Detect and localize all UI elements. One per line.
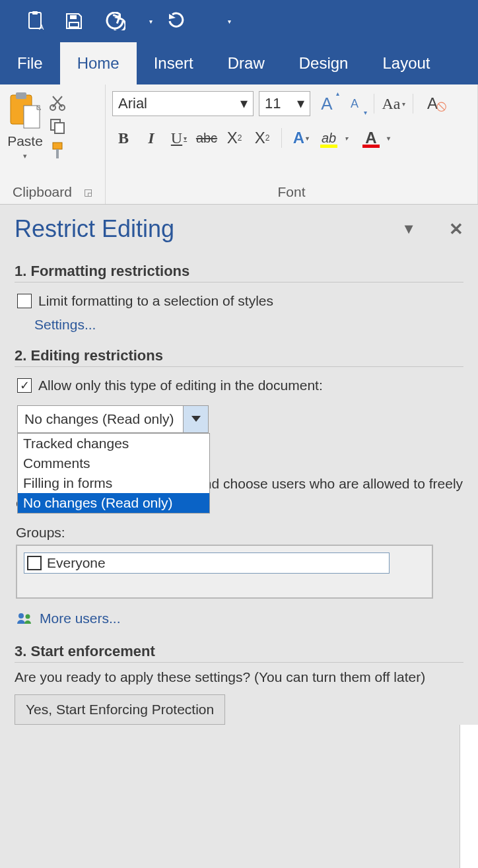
tab-design[interactable]: Design	[282, 42, 366, 84]
undo-group[interactable]: ▾	[103, 12, 153, 30]
section-enforcement-title: 3. Start enforcement	[15, 643, 463, 663]
ribbon-group-clipboard: Paste ▾ Clipboard ◲	[0, 84, 106, 204]
clipboard-launcher-icon[interactable]: ◲	[84, 187, 92, 197]
underline-button[interactable]: U▾	[168, 127, 190, 149]
underline-caret-icon[interactable]: ▾	[184, 135, 187, 142]
svg-point-10	[50, 105, 55, 110]
copy-icon[interactable]	[49, 117, 66, 135]
divider	[281, 128, 282, 148]
svg-rect-14	[53, 143, 62, 149]
change-case-button[interactable]: Aa▾	[382, 92, 405, 115]
font-group-label: Font	[277, 184, 305, 200]
highlight-button[interactable]: ab▾	[318, 127, 340, 149]
quick-access-toolbar: A ▾ ▾	[0, 0, 478, 42]
svg-point-11	[59, 105, 65, 110]
more-users-label: More users...	[40, 611, 121, 626]
pane-title: Restrict Editing	[15, 215, 174, 243]
font-name-caret-icon[interactable]: ▾	[237, 92, 250, 116]
customize-qat-caret-icon[interactable]: ▾	[228, 18, 231, 25]
editing-type-value: No changes (Read only)	[18, 406, 183, 432]
section-editing-title: 2. Editing restrictions	[15, 347, 463, 367]
group-everyone-checkbox[interactable]	[27, 556, 42, 570]
paste-caret-icon[interactable]: ▾	[23, 152, 27, 160]
enforcement-text: Are you ready to apply these settings? (…	[15, 669, 463, 685]
tab-file[interactable]: File	[0, 42, 60, 84]
ribbon: Paste ▾ Clipboard ◲	[0, 84, 478, 205]
allow-editing-checkbox[interactable]: ✓	[17, 378, 32, 393]
clipboard-group-label: Clipboard	[13, 184, 72, 200]
pane-close-icon[interactable]: ✕	[449, 219, 463, 240]
svg-rect-15	[56, 149, 59, 158]
redo-icon[interactable]	[166, 12, 186, 30]
bold-button[interactable]: B	[112, 127, 135, 149]
limit-formatting-checkbox[interactable]	[17, 294, 32, 308]
save-icon[interactable]	[65, 12, 83, 30]
italic-button[interactable]: I	[140, 127, 162, 149]
more-users-link[interactable]: More users...	[16, 611, 121, 626]
option-comments[interactable]: Comments	[18, 453, 209, 473]
font-name-combo[interactable]: Arial ▾	[112, 91, 254, 116]
subscript-button[interactable]: X2	[223, 127, 246, 149]
font-size-combo[interactable]: 11 ▾	[259, 91, 310, 116]
option-filling-forms[interactable]: Filling in forms	[18, 473, 209, 493]
limit-formatting-label: Limit formatting to a selection of style…	[38, 293, 273, 309]
divider	[413, 94, 413, 114]
clipboard-a-icon[interactable]: A	[26, 11, 45, 31]
svg-rect-1	[32, 11, 38, 15]
font-size-value: 11	[265, 95, 281, 112]
paste-icon	[7, 91, 44, 131]
paste-label: Paste	[7, 133, 43, 149]
text-effects-button[interactable]: A▾	[290, 127, 312, 149]
superscript-button[interactable]: X2	[251, 127, 273, 149]
editing-type-dropdown: Tracked changes Comments Filling in form…	[17, 433, 210, 514]
editing-type-caret-icon[interactable]	[183, 406, 208, 432]
group-everyone-label: Everyone	[47, 555, 106, 571]
start-enforcing-button[interactable]: Yes, Start Enforcing Protection	[15, 694, 225, 725]
paste-button[interactable]: Paste ▾	[7, 91, 44, 160]
svg-marker-16	[191, 416, 201, 422]
allow-editing-label: Allow only this type of editing in the d…	[38, 378, 323, 393]
svg-text:A: A	[39, 23, 44, 31]
tab-home[interactable]: Home	[60, 42, 137, 84]
highlight-caret-icon[interactable]: ▾	[345, 135, 348, 142]
ribbon-tabs: File Home Insert Draw Design Layout	[0, 42, 478, 84]
svg-rect-8	[16, 92, 26, 99]
cut-icon[interactable]	[49, 94, 66, 111]
groups-label: Groups:	[16, 525, 463, 541]
groups-listbox: Everyone	[16, 545, 433, 599]
restrict-editing-pane: Restrict Editing ▼ ✕ 1. Formatting restr…	[0, 205, 478, 725]
tab-draw[interactable]: Draw	[211, 42, 282, 84]
formatting-settings-link[interactable]: Settings...	[34, 317, 96, 333]
svg-point-18	[26, 614, 30, 618]
font-size-caret-icon[interactable]: ▾	[294, 92, 307, 116]
fontcolor-caret-icon[interactable]: ▾	[387, 135, 390, 142]
ribbon-group-font: Arial ▾ 11 ▾ A▴ A▾ Aa▾ A⦸ B I U▾ abc X2	[106, 84, 478, 204]
option-no-changes[interactable]: No changes (Read only)	[18, 493, 209, 513]
undo-icon[interactable]	[103, 12, 125, 30]
font-name-value: Arial	[118, 95, 147, 112]
group-item-everyone[interactable]: Everyone	[24, 552, 390, 574]
tab-insert[interactable]: Insert	[137, 42, 211, 84]
divider	[374, 94, 374, 114]
strikethrough-button[interactable]: abc	[195, 127, 218, 149]
svg-rect-13	[55, 123, 64, 133]
editing-type-select[interactable]: No changes (Read only) Tracked changes C…	[17, 405, 209, 433]
font-color-button[interactable]: A▾	[360, 127, 382, 149]
clear-formatting-icon[interactable]: A⦸	[421, 92, 444, 115]
texteffects-caret-icon[interactable]: ▾	[306, 135, 309, 142]
section-formatting-title: 1. Formatting restrictions	[15, 263, 463, 283]
svg-rect-4	[70, 15, 77, 19]
svg-rect-3	[69, 22, 79, 27]
svg-point-17	[18, 613, 24, 618]
grow-font-icon[interactable]: A▴	[316, 92, 338, 115]
users-icon	[16, 612, 33, 625]
shrink-font-icon[interactable]: A▾	[343, 92, 366, 115]
undo-caret-icon[interactable]: ▾	[149, 18, 153, 25]
tab-layout[interactable]: Layout	[365, 42, 447, 84]
svg-marker-6	[169, 14, 176, 19]
option-tracked-changes[interactable]: Tracked changes	[18, 434, 209, 453]
case-caret-icon[interactable]: ▾	[402, 100, 405, 108]
format-painter-icon[interactable]	[49, 141, 66, 160]
pane-options-caret-icon[interactable]: ▼	[401, 220, 416, 238]
